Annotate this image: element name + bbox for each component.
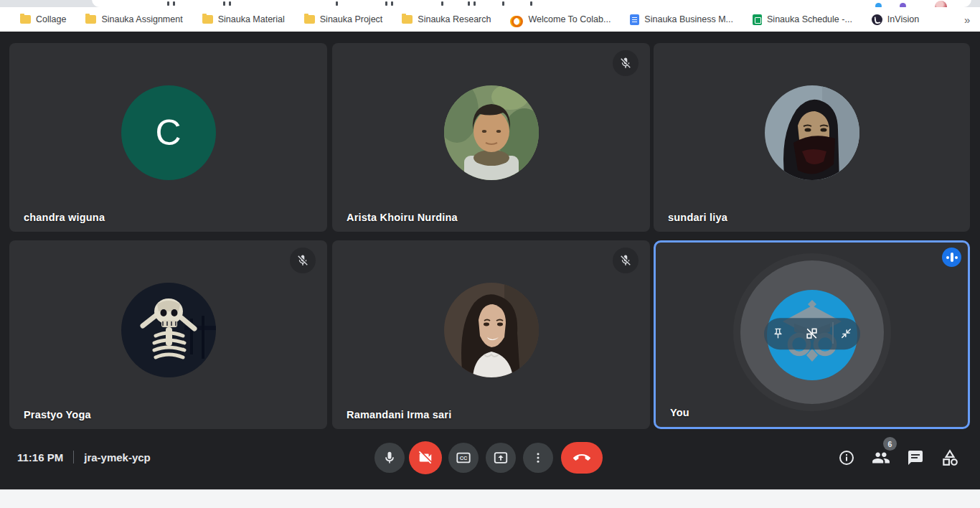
bookmarks-overflow-chevron[interactable]: » bbox=[964, 14, 970, 26]
bookmark-label: Sinauka Assignment bbox=[101, 14, 182, 24]
folder-icon bbox=[202, 15, 213, 24]
browser-top-strip bbox=[0, 0, 980, 7]
windows-taskbar: X W Ps An Ai Xd ✔ PC PS bbox=[0, 489, 980, 508]
folder-icon bbox=[402, 15, 413, 24]
bookmark-collage[interactable]: Collage bbox=[20, 14, 66, 24]
participant-tile-arista[interactable]: Arista Khoiru Nurdina bbox=[332, 43, 650, 232]
meeting-meta: 11:16 PM jra-ymek-ycp bbox=[17, 451, 151, 464]
avatar-photo bbox=[765, 85, 859, 180]
avatar-photo bbox=[444, 283, 539, 377]
participant-name: chandra wiguna bbox=[24, 212, 105, 223]
bookmark-sinauka-research[interactable]: Sinauka Research bbox=[402, 14, 491, 24]
bookmark-sinauka-project[interactable]: Sinauka Project bbox=[304, 14, 383, 24]
bookmark-label: Sinauka Material bbox=[218, 14, 285, 24]
bookmark-sinauka-business[interactable]: Sinauka Business M... bbox=[630, 14, 733, 25]
participant-tile-ramandani[interactable]: Ramandani Irma sari bbox=[332, 240, 650, 429]
divider bbox=[73, 451, 74, 464]
show-people-button[interactable] bbox=[871, 448, 891, 468]
omnibox-text-fragment bbox=[473, 1, 476, 6]
more-options-button[interactable] bbox=[523, 443, 553, 473]
omnibox-text-fragment bbox=[391, 1, 393, 6]
meet-video-grid: C chandra wiguna bbox=[0, 32, 980, 489]
invision-icon bbox=[872, 14, 882, 25]
bookmark-sinauka-assignment[interactable]: Sinauka Assignment bbox=[85, 14, 182, 24]
avatar-letter: C bbox=[155, 112, 181, 154]
hang-up-button[interactable] bbox=[561, 442, 603, 474]
participant-tile-sundari[interactable]: sundari liya bbox=[654, 43, 970, 232]
bookmark-sinauka-material[interactable]: Sinauka Material bbox=[202, 14, 285, 24]
folder-icon bbox=[20, 15, 31, 24]
bookmark-sinauka-schedule[interactable]: Sinauka Schedule -... bbox=[753, 14, 852, 25]
minimize-icon[interactable] bbox=[840, 327, 852, 339]
omnibox-text-fragment bbox=[229, 1, 231, 6]
pin-icon[interactable] bbox=[772, 327, 784, 339]
avatar-photo bbox=[444, 85, 539, 180]
participant-tile-chandra[interactable]: C chandra wiguna bbox=[9, 43, 327, 232]
omnibox-text-fragment bbox=[502, 1, 504, 6]
camera-off-button[interactable] bbox=[409, 441, 442, 474]
bookmark-label: Sinauka Schedule -... bbox=[767, 14, 852, 24]
mic-off-icon bbox=[613, 50, 639, 76]
people-count-badge: 6 bbox=[883, 437, 897, 451]
screen: Collage Sinauka Assignment Sinauka Mater… bbox=[0, 0, 980, 508]
avatar-initial: C bbox=[121, 85, 216, 180]
chat-button[interactable] bbox=[905, 448, 925, 468]
participant-name: Prastyo Yoga bbox=[24, 409, 91, 420]
meeting-details-button[interactable] bbox=[837, 448, 857, 468]
participant-name: Ramandani Irma sari bbox=[347, 409, 451, 420]
bookmark-label: Sinauka Research bbox=[418, 14, 491, 24]
google-sheets-icon bbox=[753, 14, 762, 25]
remove-tile-icon[interactable] bbox=[805, 326, 819, 340]
bookmarks-bar: Collage Sinauka Assignment Sinauka Mater… bbox=[0, 7, 980, 32]
tile-hover-controls bbox=[764, 318, 860, 349]
omnibox-text-fragment bbox=[336, 1, 338, 6]
bookmark-colab[interactable]: Welcome To Colab... bbox=[510, 14, 611, 24]
omnibox-text-fragment bbox=[385, 1, 387, 6]
mic-off-icon bbox=[290, 248, 316, 273]
bookmark-label: InVision bbox=[887, 14, 919, 24]
omnibox-text-fragment bbox=[468, 1, 470, 6]
bookmark-label: Sinauka Project bbox=[320, 14, 383, 24]
microphone-button[interactable] bbox=[374, 443, 405, 473]
folder-icon bbox=[304, 15, 315, 24]
meeting-clock: 11:16 PM bbox=[17, 451, 63, 464]
present-screen-button[interactable] bbox=[486, 443, 516, 473]
participant-tile-you[interactable]: You bbox=[654, 240, 970, 429]
folder-icon bbox=[85, 15, 96, 24]
bookmark-label: Collage bbox=[36, 14, 66, 24]
activities-button[interactable] bbox=[940, 448, 960, 468]
svg-text:CC: CC bbox=[460, 455, 468, 461]
audio-level-badge bbox=[942, 248, 961, 267]
captions-button[interactable]: CC bbox=[448, 443, 479, 473]
google-docs-icon bbox=[630, 14, 639, 25]
colab-icon bbox=[510, 16, 523, 24]
participant-tile-prastyo[interactable]: Prastyo Yoga bbox=[9, 240, 327, 429]
bookmark-invision[interactable]: InVision bbox=[872, 14, 919, 25]
bookmark-label: Welcome To Colab... bbox=[528, 14, 611, 24]
meeting-code: jra-ymek-ycp bbox=[84, 451, 151, 464]
participant-name: sundari liya bbox=[668, 212, 727, 223]
omnibox-text-fragment bbox=[167, 1, 169, 6]
omnibox-text-fragment bbox=[441, 1, 443, 6]
omnibox-text-fragment bbox=[223, 1, 225, 6]
omnibox-text-fragment bbox=[530, 1, 532, 6]
omnibox-text-fragment bbox=[173, 1, 175, 6]
participant-name: You bbox=[670, 407, 689, 418]
avatar-photo bbox=[121, 283, 216, 377]
participant-name: Arista Khoiru Nurdina bbox=[347, 212, 458, 223]
bookmark-label: Sinauka Business M... bbox=[644, 14, 733, 24]
mic-off-icon bbox=[613, 248, 639, 273]
